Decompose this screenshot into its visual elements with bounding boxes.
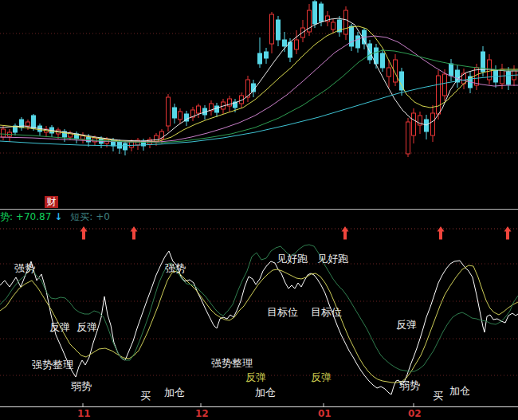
candle-body [406, 122, 410, 154]
chart-annotation: 加仓 [164, 387, 185, 398]
chart-annotation: 加仓 [449, 385, 470, 397]
buy-signal-arrow-icon [342, 226, 349, 240]
axis-month-label: 11 [77, 408, 91, 419]
candle-body [215, 106, 219, 112]
short-buy-value: 短买: +0 [65, 211, 110, 222]
oscillator-panel[interactable]: 强势反弹反弹强势整理弱势买加仓强势见好跑见好跑目标位目标位强势整理反弹加仓反弹反… [0, 224, 518, 406]
chart-annotation: 见好跑 [277, 253, 308, 265]
chart-annotation: 反弹 [245, 371, 266, 383]
indicator-tag: 财 [45, 196, 58, 208]
axis-month-label: 01 [318, 408, 332, 419]
buy-signal-arrow-icon [80, 226, 88, 240]
candle-body [507, 72, 511, 84]
candle-body [270, 14, 274, 44]
chart-annotation: 反弹 [311, 371, 332, 383]
stock-trading-chart-screen: 财 势: +70.87↓短买: +0 强势反弹反弹强势整理弱势买加仓强势见好跑见… [0, 0, 518, 420]
candle-body [173, 108, 177, 118]
buy-signal-arrow-icon [131, 226, 138, 240]
candle-body [167, 97, 171, 126]
chart-annotation: 弱势 [399, 379, 420, 391]
axis-month-label: 12 [195, 408, 209, 419]
candle-body [277, 20, 281, 40]
candle-body [443, 74, 447, 96]
candle-body [295, 40, 299, 49]
candle-body [320, 4, 324, 22]
candle-body [26, 122, 30, 126]
candle-body [179, 112, 182, 120]
axis-month-label: 02 [408, 408, 422, 419]
buy-signal-arrow-icon [504, 226, 512, 240]
chart-annotation: 加仓 [255, 387, 276, 398]
chart-annotation: 强势整理 [211, 357, 253, 369]
candle-body [197, 106, 201, 113]
chart-annotation: 反弹 [396, 319, 417, 331]
chart-annotation: 强势 [165, 262, 186, 274]
chart-annotation: 反弹 [49, 321, 70, 333]
chart-annotation: 强势整理 [32, 359, 73, 371]
candle-body [431, 113, 435, 135]
down-arrow-icon: ↓ [51, 211, 65, 222]
candle-body [350, 26, 354, 46]
candle-body [500, 69, 504, 84]
candle-body [124, 143, 128, 150]
candle-body [456, 70, 460, 82]
candle-body [288, 42, 292, 57]
candle-body [332, 22, 336, 29]
candle-body [313, 2, 317, 24]
candle-body [449, 64, 453, 76]
candle-body [437, 76, 441, 114]
candle-body [412, 113, 416, 135]
candle-body [2, 129, 6, 137]
indicator-header: 势: +70.87↓短买: +0 [0, 210, 518, 223]
candle-body [381, 53, 385, 68]
chart-annotation: 目标位 [267, 306, 298, 318]
candle-body [344, 10, 348, 34]
candle-body [130, 142, 134, 147]
candle-body [283, 40, 287, 46]
chart-annotation: 反弹 [77, 321, 97, 333]
panel-divider [0, 209, 518, 210]
chart-annotation: 买 [433, 390, 443, 402]
candle-body [265, 52, 269, 58]
candle-body [387, 68, 391, 77]
candle-body [32, 116, 36, 128]
candlestick-panel[interactable] [0, 0, 518, 209]
time-axis: 11120102 [0, 402, 518, 420]
chart-annotation: 见好跑 [317, 253, 348, 265]
chart-annotation: 强势 [14, 262, 35, 274]
chart-annotation: 弱势 [71, 380, 92, 392]
candle-body [258, 53, 262, 64]
buy-signal-arrow-icon [438, 226, 445, 240]
chart-annotation: 目标位 [311, 306, 342, 318]
candle-body [118, 142, 122, 148]
chart-annotation: 买 [140, 390, 151, 402]
trend-value: 势: +70.87 [0, 211, 51, 222]
candle-body [356, 36, 360, 48]
